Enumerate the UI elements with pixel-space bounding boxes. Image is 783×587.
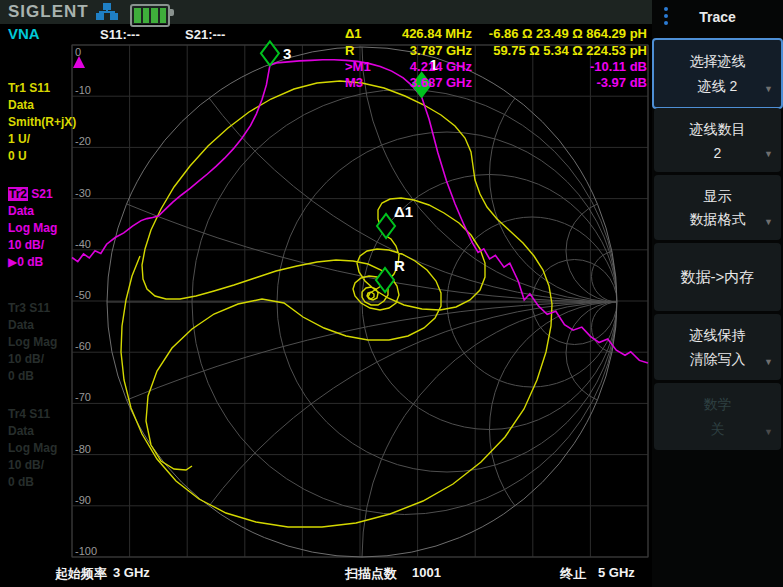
trace4-legend[interactable]: Tr4 S11 Data Log Mag 10 dB/ 0 dB [8,406,72,491]
chevron-down-icon: ▼ [764,149,773,159]
stop-freq-value: 5 GHz [598,565,635,580]
menu-trace-count[interactable]: 迹线数目 2 ▼ [654,108,781,172]
siglent-logo: SIGLENT [8,2,89,22]
svg-text:-70: -70 [75,391,91,403]
channel-s21-label: S21:--- [185,27,225,42]
chevron-down-icon: ▼ [764,427,773,437]
marker-R-label: R [394,257,405,274]
battery-icon [130,4,170,27]
trace1-legend[interactable]: Tr1 S11 Data Smith(R+jX) 1 U/ 0 U [8,80,72,165]
chevron-down-icon: ▼ [764,84,773,94]
svg-text:-30: -30 [75,187,91,199]
selected-trace-tag: Tr2 [8,187,28,201]
marker-R-icon [376,268,394,292]
svg-text:-100: -100 [75,545,97,557]
trace2-legend[interactable]: Tr2 S21 Data Log Mag 10 dB/ ▶0 dB [8,186,72,271]
mode-label: VNA [8,25,40,42]
svg-text:-40: -40 [75,238,91,250]
marker-Δ1-label: Δ1 [394,203,413,220]
tr2-ref-level-icon [73,56,85,68]
svg-text:-60: -60 [75,340,91,352]
menu-title: Trace [652,0,783,34]
chevron-down-icon: ▼ [764,357,773,367]
svg-text:0: 0 [75,46,81,58]
svg-text:-50: -50 [75,289,91,301]
lan-icon [96,3,118,21]
trace3-legend[interactable]: Tr3 S11 Data Log Mag 10 dB/ 0 dB [8,300,72,385]
menu-math: 数学 关 ▼ [654,383,781,450]
sweep-points-value: 1001 [412,565,441,580]
marker-3-icon [261,41,279,65]
chevron-down-icon: ▼ [764,217,773,227]
s11-smith-trace [121,81,552,527]
menu-display[interactable]: 显示 数据格式 ▼ [654,175,781,240]
softkey-menu: Trace 选择迹线 迹线 2 ▼ 迹线数目 2 ▼ 显示 数据格式 ▼ 数据-… [652,0,783,587]
marker-3-label: 3 [283,45,291,62]
svg-text:-10: -10 [75,84,91,96]
sweep-status-bar: 起始频率 3 GHz 扫描点数 1001 终止 5 GHz [0,560,650,587]
s21-logmag-trace [72,60,648,363]
start-freq-value: 3 GHz [113,565,150,580]
start-freq-label: 起始频率 [55,565,107,583]
menu-data-to-memory[interactable]: 数据->内存 [654,243,781,311]
marker-Δ1-icon [377,214,395,238]
menu-trace-hold[interactable]: 迹线保持 清除写入 ▼ [654,314,781,380]
menu-select-trace[interactable]: 选择迹线 迹线 2 ▼ [652,38,783,109]
vna-screen: { "header": { "brand": "SIGLENT" }, "lef… [0,0,783,587]
stop-freq-label: 终止 [560,565,586,583]
svg-text:-90: -90 [75,494,91,506]
svg-text:-80: -80 [75,443,91,455]
sweep-points-label: 扫描点数 [345,565,397,583]
channel-s11-label: S11:--- [100,27,140,42]
svg-text:-20: -20 [75,135,91,147]
